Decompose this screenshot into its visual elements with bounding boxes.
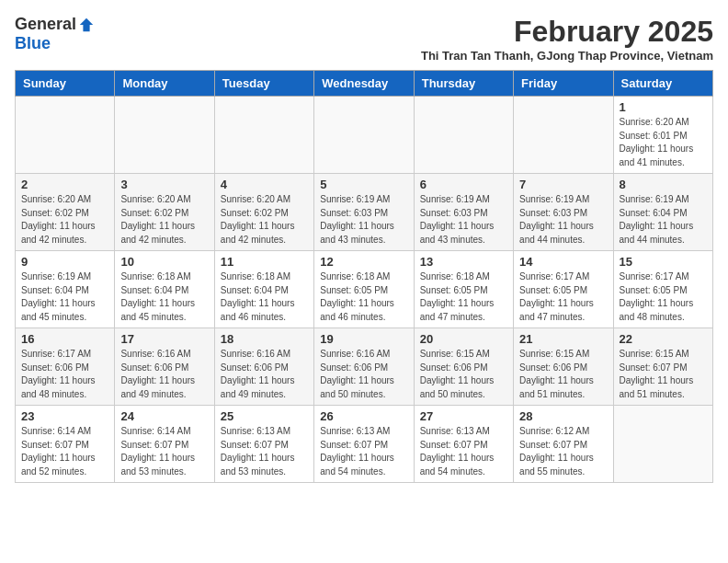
calendar-day-cell: 11Sunrise: 6:18 AM Sunset: 6:04 PM Dayli… (214, 251, 313, 328)
day-info: Sunrise: 6:18 AM Sunset: 6:04 PM Dayligh… (120, 270, 208, 324)
day-info: Sunrise: 6:15 AM Sunset: 6:07 PM Dayligh… (620, 348, 707, 401)
day-info: Sunrise: 6:14 AM Sunset: 6:07 PM Dayligh… (120, 425, 208, 478)
calendar-day-cell: 13Sunrise: 6:18 AM Sunset: 6:05 PM Dayli… (414, 251, 513, 328)
day-info: Sunrise: 6:16 AM Sunset: 6:06 PM Dayligh… (120, 348, 208, 401)
weekday-header-tuesday: Tuesday (214, 71, 313, 97)
day-info: Sunrise: 6:19 AM Sunset: 6:04 PM Dayligh… (620, 193, 707, 247)
calendar-day-cell (314, 97, 414, 174)
day-info: Sunrise: 6:19 AM Sunset: 6:03 PM Dayligh… (320, 193, 407, 247)
day-info: Sunrise: 6:20 AM Sunset: 6:02 PM Dayligh… (21, 193, 108, 247)
calendar-day-cell: 28Sunrise: 6:12 AM Sunset: 6:07 PM Dayli… (514, 406, 613, 483)
day-number: 24 (120, 409, 208, 423)
day-info: Sunrise: 6:16 AM Sunset: 6:06 PM Dayligh… (320, 348, 407, 401)
weekday-header-row: SundayMondayTuesdayWednesdayThursdayFrid… (16, 71, 713, 97)
calendar-day-cell: 7Sunrise: 6:19 AM Sunset: 6:03 PM Daylig… (514, 174, 613, 251)
weekday-header-wednesday: Wednesday (314, 71, 414, 97)
calendar-day-cell: 2Sunrise: 6:20 AM Sunset: 6:02 PM Daylig… (16, 174, 115, 251)
day-info: Sunrise: 6:17 AM Sunset: 6:06 PM Dayligh… (21, 348, 108, 401)
calendar-day-cell (414, 97, 513, 174)
day-number: 19 (320, 332, 407, 346)
calendar-day-cell: 4Sunrise: 6:20 AM Sunset: 6:02 PM Daylig… (214, 174, 313, 251)
day-info: Sunrise: 6:13 AM Sunset: 6:07 PM Dayligh… (420, 425, 507, 478)
calendar-day-cell: 10Sunrise: 6:18 AM Sunset: 6:04 PM Dayli… (115, 251, 214, 328)
day-number: 1 (620, 100, 707, 114)
day-info: Sunrise: 6:15 AM Sunset: 6:06 PM Dayligh… (519, 348, 607, 401)
day-info: Sunrise: 6:13 AM Sunset: 6:07 PM Dayligh… (221, 425, 308, 478)
calendar-week-row: 1Sunrise: 6:20 AM Sunset: 6:01 PM Daylig… (16, 97, 713, 174)
calendar-day-cell: 3Sunrise: 6:20 AM Sunset: 6:02 PM Daylig… (115, 174, 214, 251)
calendar-day-cell: 15Sunrise: 6:17 AM Sunset: 6:05 PM Dayli… (613, 251, 712, 328)
day-info: Sunrise: 6:20 AM Sunset: 6:01 PM Dayligh… (620, 116, 707, 169)
calendar-day-cell (115, 97, 214, 174)
day-info: Sunrise: 6:18 AM Sunset: 6:05 PM Dayligh… (320, 270, 407, 324)
calendar-day-cell (613, 406, 712, 483)
day-number: 28 (519, 409, 607, 423)
day-info: Sunrise: 6:20 AM Sunset: 6:02 PM Dayligh… (221, 193, 308, 247)
logo-icon (78, 17, 95, 33)
day-number: 21 (519, 332, 607, 346)
day-info: Sunrise: 6:19 AM Sunset: 6:03 PM Dayligh… (420, 193, 507, 247)
logo-blue: Blue (15, 34, 51, 52)
page-header: General Blue February 2025 Thi Tran Tan … (15, 15, 713, 63)
calendar-week-row: 9Sunrise: 6:19 AM Sunset: 6:04 PM Daylig… (16, 251, 713, 328)
calendar-day-cell: 23Sunrise: 6:14 AM Sunset: 6:07 PM Dayli… (16, 406, 115, 483)
day-info: Sunrise: 6:19 AM Sunset: 6:04 PM Dayligh… (21, 270, 108, 324)
day-number: 5 (320, 178, 407, 191)
calendar-day-cell: 16Sunrise: 6:17 AM Sunset: 6:06 PM Dayli… (16, 328, 115, 406)
day-number: 27 (420, 409, 507, 423)
day-info: Sunrise: 6:17 AM Sunset: 6:05 PM Dayligh… (620, 270, 707, 324)
day-number: 6 (420, 178, 507, 191)
day-number: 7 (519, 178, 607, 191)
day-info: Sunrise: 6:18 AM Sunset: 6:04 PM Dayligh… (221, 270, 308, 324)
weekday-header-sunday: Sunday (16, 71, 115, 97)
calendar-day-cell (16, 97, 115, 174)
weekday-header-friday: Friday (514, 71, 613, 97)
calendar-table: SundayMondayTuesdayWednesdayThursdayFrid… (15, 70, 713, 483)
day-info: Sunrise: 6:20 AM Sunset: 6:02 PM Dayligh… (120, 193, 208, 247)
svg-marker-0 (80, 17, 93, 30)
day-number: 10 (120, 255, 208, 269)
calendar-week-row: 16Sunrise: 6:17 AM Sunset: 6:06 PM Dayli… (16, 328, 713, 406)
logo: General Blue (15, 15, 95, 53)
calendar-day-cell: 24Sunrise: 6:14 AM Sunset: 6:07 PM Dayli… (115, 406, 214, 483)
day-info: Sunrise: 6:19 AM Sunset: 6:03 PM Dayligh… (519, 193, 607, 247)
calendar-day-cell (514, 97, 613, 174)
day-number: 20 (420, 332, 507, 346)
title-block: February 2025 Thi Tran Tan Thanh, GJong … (95, 15, 713, 63)
calendar-day-cell: 17Sunrise: 6:16 AM Sunset: 6:06 PM Dayli… (115, 328, 214, 406)
day-number: 3 (120, 178, 208, 191)
calendar-day-cell (214, 97, 313, 174)
calendar-day-cell: 22Sunrise: 6:15 AM Sunset: 6:07 PM Dayli… (613, 328, 712, 406)
month-title: February 2025 (95, 15, 713, 49)
day-number: 14 (519, 255, 607, 269)
calendar-day-cell: 6Sunrise: 6:19 AM Sunset: 6:03 PM Daylig… (414, 174, 513, 251)
day-info: Sunrise: 6:12 AM Sunset: 6:07 PM Dayligh… (519, 425, 607, 478)
calendar-day-cell: 20Sunrise: 6:15 AM Sunset: 6:06 PM Dayli… (414, 328, 513, 406)
day-number: 26 (320, 409, 407, 423)
calendar-day-cell: 9Sunrise: 6:19 AM Sunset: 6:04 PM Daylig… (16, 251, 115, 328)
day-number: 11 (221, 255, 308, 269)
calendar-day-cell: 25Sunrise: 6:13 AM Sunset: 6:07 PM Dayli… (214, 406, 313, 483)
calendar-day-cell: 1Sunrise: 6:20 AM Sunset: 6:01 PM Daylig… (613, 97, 712, 174)
day-number: 12 (320, 255, 407, 269)
calendar-week-row: 23Sunrise: 6:14 AM Sunset: 6:07 PM Dayli… (16, 406, 713, 483)
day-info: Sunrise: 6:18 AM Sunset: 6:05 PM Dayligh… (420, 270, 507, 324)
day-info: Sunrise: 6:15 AM Sunset: 6:06 PM Dayligh… (420, 348, 507, 401)
calendar-day-cell: 27Sunrise: 6:13 AM Sunset: 6:07 PM Dayli… (414, 406, 513, 483)
day-info: Sunrise: 6:14 AM Sunset: 6:07 PM Dayligh… (21, 425, 108, 478)
day-number: 15 (620, 255, 707, 269)
calendar-day-cell: 14Sunrise: 6:17 AM Sunset: 6:05 PM Dayli… (514, 251, 613, 328)
day-number: 22 (620, 332, 707, 346)
day-info: Sunrise: 6:17 AM Sunset: 6:05 PM Dayligh… (519, 270, 607, 324)
calendar-week-row: 2Sunrise: 6:20 AM Sunset: 6:02 PM Daylig… (16, 174, 713, 251)
weekday-header-saturday: Saturday (613, 71, 712, 97)
calendar-day-cell: 19Sunrise: 6:16 AM Sunset: 6:06 PM Dayli… (314, 328, 414, 406)
calendar-day-cell: 21Sunrise: 6:15 AM Sunset: 6:06 PM Dayli… (514, 328, 613, 406)
day-number: 9 (21, 255, 108, 269)
day-number: 2 (21, 178, 108, 191)
day-number: 13 (420, 255, 507, 269)
location-subtitle: Thi Tran Tan Thanh, GJong Thap Province,… (95, 49, 713, 63)
day-number: 16 (21, 332, 108, 346)
weekday-header-monday: Monday (115, 71, 214, 97)
day-number: 25 (221, 409, 308, 423)
